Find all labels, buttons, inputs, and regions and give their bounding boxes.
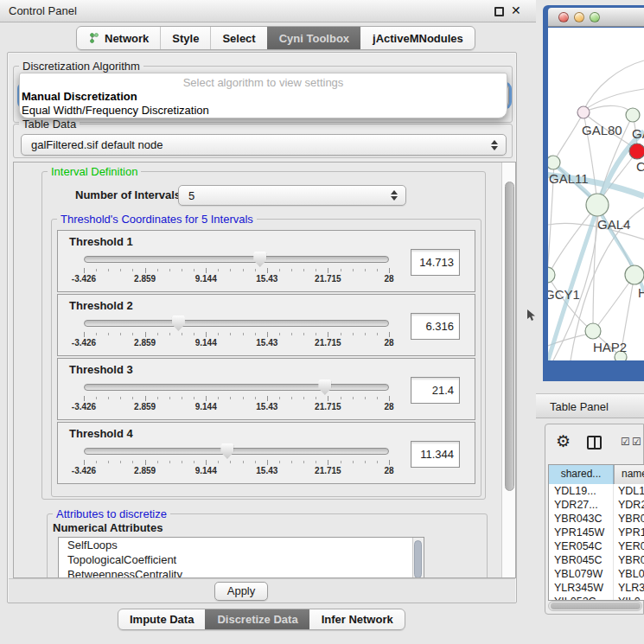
combo-arrows-icon <box>491 140 498 150</box>
tick-mark <box>120 269 121 271</box>
close-icon[interactable]: ✕ <box>511 3 521 17</box>
zoom-traffic-icon[interactable] <box>590 12 600 22</box>
threshold-value-field[interactable]: 6.316 <box>411 313 460 340</box>
cell-shared-name: YIL052C <box>549 595 614 601</box>
table-panel-titlebar: Table Panel <box>536 393 644 418</box>
algorithm-option-equal-width-frequency-discretization[interactable]: Equal Width/Frequency Discretization <box>20 104 507 118</box>
tab-jactivemnodules[interactable]: jActiveMNodules <box>360 27 475 49</box>
list-scrollbar-thumb[interactable] <box>414 540 422 578</box>
num-intervals-combobox[interactable]: 5 <box>178 185 406 206</box>
tick-mark <box>108 397 109 399</box>
horizontal-scrollbar[interactable] <box>548 601 642 611</box>
tab-style[interactable]: Style <box>160 27 210 49</box>
tick-mark <box>157 461 158 463</box>
column-header-name[interactable]: name <box>614 465 644 484</box>
cell-name: YBR0 <box>614 553 644 567</box>
list-scrollbar[interactable] <box>412 538 424 578</box>
gear-icon[interactable]: ⚙ <box>556 431 571 451</box>
float-icon[interactable] <box>494 7 504 16</box>
tick-mark <box>267 268 268 273</box>
column-header-shared-name[interactable]: shared... <box>549 465 614 484</box>
tick-mark <box>108 333 109 335</box>
table-row[interactable]: YIL052CYIL0 <box>549 595 644 601</box>
threshold-value-field[interactable]: 11.344 <box>411 441 460 468</box>
threshold-label: Threshold 2 <box>69 299 133 312</box>
tab-label: Infer Network <box>322 613 393 626</box>
split-panel-icon[interactable] <box>587 436 602 450</box>
threshold-row-4: Threshold 4-3.4262.8599.14415.4321.71528… <box>57 422 475 484</box>
tick-mark <box>341 397 341 399</box>
slider-thumb[interactable] <box>318 379 331 395</box>
threshold-value-field[interactable]: 21.4 <box>411 377 460 404</box>
network-node[interactable] <box>626 108 640 122</box>
apply-button[interactable]: Apply <box>214 582 268 601</box>
slider-track[interactable] <box>84 256 389 263</box>
tab-label: jActiveMNodules <box>373 32 463 45</box>
slider-track[interactable] <box>84 384 389 391</box>
tick-mark <box>353 461 354 463</box>
table-data-combobox[interactable]: galFiltered.sif default node <box>21 134 507 156</box>
tab-network[interactable]: Network <box>77 27 160 49</box>
slider-thumb[interactable] <box>172 316 185 331</box>
network-window-titlebar[interactable] <box>548 8 644 27</box>
table-row[interactable]: YPR145WYPR1 <box>549 526 644 539</box>
table-row[interactable]: YDR27...YDR2 <box>549 498 644 512</box>
horizontal-scrollbar-thumb[interactable] <box>551 603 641 609</box>
algorithm-option-manual-discretization[interactable]: Manual Discretization <box>20 90 507 104</box>
slider-thumb[interactable] <box>220 443 233 459</box>
panel-title: Table Panel <box>550 400 609 413</box>
tick-label: 9.144 <box>195 338 217 348</box>
network-node[interactable] <box>548 267 555 283</box>
select-columns-icon[interactable]: ☑ <box>621 436 630 448</box>
table-row[interactable]: YDL19...YDL1 <box>549 484 644 498</box>
network-node[interactable] <box>548 156 560 169</box>
threshold-value-field[interactable]: 14.713 <box>411 249 460 276</box>
network-node[interactable] <box>577 106 590 118</box>
table-row[interactable]: YBR045CYBR0 <box>549 553 644 567</box>
attributes-list[interactable]: SelfLoopsTopologicalCoefficientBetweenne… <box>58 537 424 578</box>
tick-mark <box>120 461 121 463</box>
tab-cyni-toolbox[interactable]: Cyni Toolbox <box>267 27 360 49</box>
close-traffic-icon[interactable] <box>558 12 569 22</box>
network-canvas[interactable]: GAL80GAGAL11CGAL4GCY1HHAP2 <box>548 28 644 360</box>
network-node[interactable] <box>625 265 644 284</box>
vertical-scrollbar[interactable] <box>501 163 516 577</box>
slider-thumb[interactable] <box>253 252 266 267</box>
table-row[interactable]: YBL079WYBL0 <box>549 567 644 581</box>
tick-mark <box>230 461 231 463</box>
attribute-item-betweennesscentrality[interactable]: BetweennessCentrality <box>59 567 424 578</box>
select-all-columns-icon[interactable]: ☑ <box>632 436 641 448</box>
table-row[interactable]: YER054CYER0 <box>549 539 644 553</box>
slider-track[interactable] <box>84 448 389 455</box>
network-node[interactable] <box>585 323 601 339</box>
tick-labels: -3.4262.8599.14415.4321.71528 <box>84 274 390 284</box>
tick-label: 28 <box>384 338 393 348</box>
tick-mark <box>303 397 304 399</box>
network-node-selected[interactable] <box>629 143 644 159</box>
tick-mark <box>353 397 354 399</box>
node-label-gcy1: GCY1 <box>548 287 580 302</box>
node-label-h: H <box>638 285 644 300</box>
tick-mark <box>169 333 170 335</box>
threshold-slider[interactable] <box>84 252 389 269</box>
attribute-item-selfloops[interactable]: SelfLoops <box>59 538 424 552</box>
network-node[interactable] <box>586 194 609 216</box>
vertical-scrollbar-thumb[interactable] <box>505 182 514 491</box>
threshold-slider[interactable] <box>84 443 389 461</box>
tab-infer-network[interactable]: Infer Network <box>309 609 405 629</box>
table-row[interactable]: YBR043CYBR0 <box>549 512 644 526</box>
tick-mark <box>132 461 133 463</box>
threshold-slider[interactable] <box>84 379 389 397</box>
attribute-item-topologicalcoefficient[interactable]: TopologicalCoefficient <box>59 552 424 567</box>
threshold-slider[interactable] <box>84 316 389 333</box>
tab-discretize-data[interactable]: Discretize Data <box>205 609 309 629</box>
tab-select[interactable]: Select <box>210 27 266 49</box>
table-rows: YDL19...YDL1YDR27...YDR2YBR043CYBR0YPR14… <box>549 484 644 601</box>
minimize-traffic-icon[interactable] <box>574 12 584 22</box>
cell-shared-name: YPR145W <box>549 526 614 539</box>
slider-track[interactable] <box>84 320 389 327</box>
tick-mark <box>157 269 158 271</box>
apply-row: Apply <box>9 578 515 603</box>
tab-impute-data[interactable]: Impute Data <box>118 609 205 629</box>
table-row[interactable]: YLR345WYLR3 <box>549 581 644 595</box>
